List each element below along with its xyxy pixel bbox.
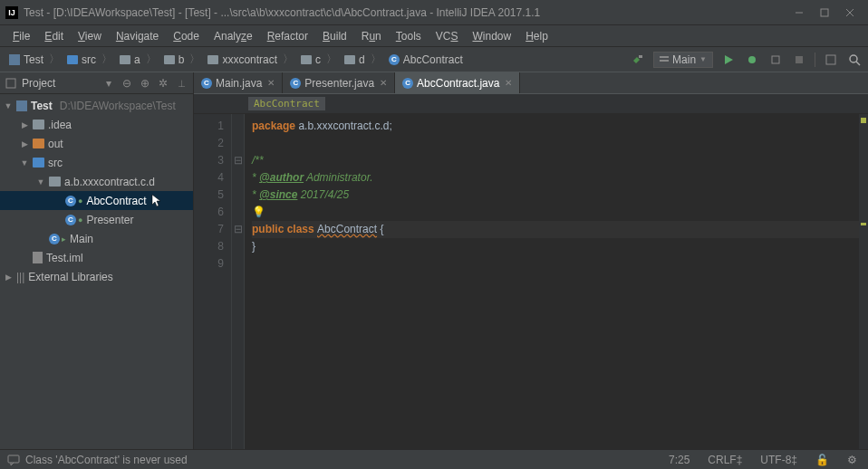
code-area[interactable]: package a.b.xxxcontract.c.d; /** * @auth… — [245, 114, 868, 449]
minimize-icon — [795, 8, 804, 17]
svg-rect-1 — [821, 9, 828, 16]
lock-icon[interactable]: 🔓 — [812, 454, 833, 466]
run-marker-icon: ▸ — [62, 234, 66, 244]
build-button[interactable] — [630, 52, 646, 68]
tab-abccontract[interactable]: C AbcContract.java ✕ — [395, 72, 520, 93]
tab-main[interactable]: C Main.java ✕ — [194, 72, 283, 93]
menu-run[interactable]: Run — [354, 27, 389, 45]
tree-file-abccontract[interactable]: C ● AbcContract — [0, 191, 193, 210]
chevron-down-icon[interactable]: ▾ — [102, 77, 115, 90]
target-icon[interactable]: ⊕ — [139, 77, 151, 90]
maximize-button[interactable] — [812, 0, 837, 25]
menu-analyze[interactable]: Analyze — [207, 27, 260, 45]
menu-vcs[interactable]: VCS — [429, 27, 466, 45]
tree-root[interactable]: ▼ Test D:\IDEAWorkspace\Test — [0, 96, 193, 115]
menu-refactor[interactable]: Refactor — [260, 27, 315, 45]
expand-icon[interactable]: ▼ — [36, 177, 45, 187]
error-stripe[interactable] — [859, 114, 868, 449]
tree-file-presenter[interactable]: C ● Presenter — [0, 210, 193, 229]
message-icon[interactable] — [7, 455, 20, 465]
crumb-xxxcontract[interactable]: xxxcontract〉 — [204, 52, 297, 67]
fold-gutter[interactable]: ⊟ ⊟ — [232, 114, 245, 449]
folder-icon — [120, 55, 130, 64]
tree-file-main[interactable]: C ▸ Main — [0, 229, 193, 248]
hector-icon[interactable]: ⚙ — [844, 454, 861, 466]
crumb-b[interactable]: b〉 — [160, 52, 205, 67]
lock-icon: ● — [78, 215, 82, 225]
package-icon — [49, 177, 61, 187]
svg-line-12 — [856, 62, 860, 65]
gear-icon[interactable]: ✲ — [157, 77, 169, 90]
crumb-test[interactable]: Test〉 — [5, 52, 63, 67]
hide-icon[interactable]: ⟂ — [175, 77, 188, 90]
coverage-icon — [770, 54, 781, 65]
expand-icon[interactable]: ▶ — [20, 120, 29, 129]
tree-external-libs[interactable]: ▶ ||| External Libraries — [0, 267, 193, 286]
folder-icon — [33, 120, 44, 129]
expand-icon[interactable]: ▶ — [4, 273, 13, 282]
expand-icon[interactable]: ▼ — [20, 158, 29, 168]
editor-tabs: C Main.java ✕ C Presenter.java ✕ C AbcCo… — [194, 72, 868, 94]
expand-icon[interactable]: ▶ — [20, 139, 29, 148]
tree-out[interactable]: ▶ out — [0, 134, 193, 153]
crumb-d[interactable]: d〉 — [341, 52, 385, 67]
menu-window[interactable]: Window — [465, 27, 518, 45]
svg-rect-6 — [660, 60, 669, 62]
search-button[interactable] — [846, 52, 863, 68]
editor-body[interactable]: 123456789 ⊟ ⊟ package a.b.xxxcontract.c.… — [194, 114, 868, 449]
search-icon — [848, 53, 861, 66]
close-icon[interactable]: ✕ — [380, 78, 387, 88]
stop-button[interactable] — [791, 52, 807, 68]
warning-marker[interactable] — [861, 118, 866, 123]
structure-icon — [825, 54, 836, 65]
play-icon — [723, 54, 734, 65]
menu-help[interactable]: Help — [518, 27, 555, 45]
close-button[interactable] — [837, 0, 863, 25]
run-button[interactable] — [720, 52, 737, 68]
tab-presenter[interactable]: C Presenter.java ✕ — [283, 72, 395, 93]
menu-file[interactable]: File — [5, 27, 37, 45]
svg-point-7 — [748, 56, 756, 63]
menu-edit[interactable]: Edit — [37, 27, 71, 45]
warning-marker[interactable] — [861, 223, 866, 225]
menu-view[interactable]: View — [71, 27, 109, 45]
window-title: Test - [D:\IDEAWorkspace\Test] - [Test] … — [24, 6, 786, 19]
panel-title: Project — [22, 77, 97, 90]
svg-point-11 — [850, 55, 857, 62]
run-config-selector[interactable]: Main ▼ — [653, 52, 713, 68]
project-tool-window: Project ▾ ⊖ ⊕ ✲ ⟂ ▼ Test D:\IDEAWorkspac… — [0, 72, 194, 449]
breadcrumb-class[interactable]: AbcContract — [248, 97, 325, 110]
minimize-button[interactable] — [786, 0, 812, 25]
caret-position[interactable]: 7:25 — [665, 454, 693, 466]
folder-icon — [33, 158, 44, 168]
menu-code[interactable]: Code — [166, 27, 207, 45]
intention-bulb-icon[interactable]: 💡 — [252, 206, 265, 218]
line-separator[interactable]: CRLF‡ — [704, 454, 746, 466]
crumb-abccontract[interactable]: CAbcContract — [385, 53, 467, 66]
menu-build[interactable]: Build — [315, 27, 354, 45]
crumb-src[interactable]: src〉 — [63, 52, 116, 67]
tree-idea[interactable]: ▶ .idea — [0, 115, 193, 134]
module-icon — [9, 54, 20, 65]
close-icon[interactable]: ✕ — [505, 78, 512, 88]
crumb-c[interactable]: c〉 — [297, 52, 341, 67]
expand-icon[interactable]: ▼ — [4, 101, 13, 110]
close-icon[interactable]: ✕ — [267, 78, 275, 88]
menu-tools[interactable]: Tools — [389, 27, 429, 45]
project-structure-button[interactable] — [823, 52, 839, 68]
file-encoding[interactable]: UTF-8‡ — [757, 454, 801, 466]
list-icon — [660, 55, 669, 64]
collapse-icon[interactable]: ⊖ — [121, 77, 133, 90]
menu-navigate[interactable]: Navigate — [109, 27, 166, 45]
crumb-a[interactable]: a〉 — [116, 52, 160, 67]
project-view-icon — [5, 78, 16, 89]
tree-package[interactable]: ▼ a.b.xxxcontract.c.d — [0, 172, 193, 191]
class-icon: C — [290, 78, 301, 89]
maximize-icon — [820, 8, 829, 17]
coverage-button[interactable] — [767, 52, 784, 68]
module-icon — [16, 100, 27, 111]
tree-src[interactable]: ▼ src — [0, 153, 193, 172]
debug-button[interactable] — [744, 52, 760, 68]
project-tree[interactable]: ▼ Test D:\IDEAWorkspace\Test ▶ .idea ▶ o… — [0, 94, 193, 449]
tree-iml[interactable]: Test.iml — [0, 248, 193, 267]
